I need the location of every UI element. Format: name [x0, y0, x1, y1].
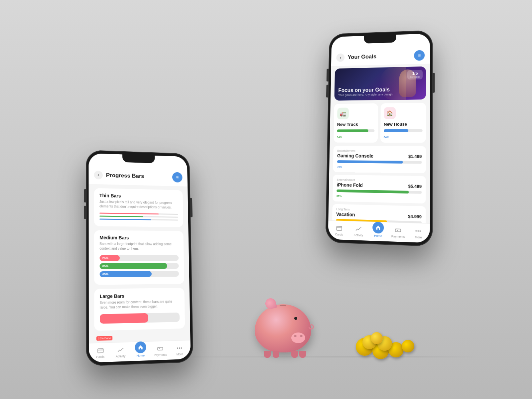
medium-bar-2: 85%	[100, 263, 179, 269]
right-activity-label: Activity	[354, 233, 363, 237]
medium-bars-container: 25% 85% 65%	[99, 255, 179, 277]
truck-name: New Truck	[337, 122, 375, 127]
gaming-bar	[337, 160, 422, 164]
right-activity-icon	[355, 225, 362, 233]
right-nav-payments[interactable]: Payments	[388, 226, 408, 238]
right-bottom-nav: Cards Activity Home	[328, 220, 430, 243]
coin-3	[388, 342, 404, 357]
house-progress-label: 64%	[384, 136, 389, 139]
goals-banner-text: Focus on your Goals Your goals are here.…	[338, 87, 393, 97]
gaming-row: Gaming Console $1.499	[337, 153, 422, 159]
coin-7	[371, 332, 383, 344]
gaming-pct: 78%	[337, 165, 342, 168]
nav-payments[interactable]: Payments	[150, 344, 170, 357]
back-button[interactable]: ‹	[94, 171, 103, 179]
large-bar-1	[100, 313, 180, 324]
right-more-label: More	[415, 235, 422, 239]
medium-bar-2-label: 85%	[102, 264, 108, 268]
coin-stack	[352, 336, 419, 362]
piggy-tail	[308, 323, 315, 331]
coin-slot	[280, 305, 286, 306]
svg-rect-3	[159, 348, 160, 349]
iphone-row: iPhone Fold $5.499	[336, 182, 422, 189]
iphone-amount: $5.499	[408, 184, 422, 189]
svg-rect-0	[98, 348, 103, 353]
activity-label: Activity	[116, 354, 125, 358]
iphone-fill	[336, 190, 409, 194]
gaming-category: Entertainment	[337, 149, 422, 153]
goals-menu-icon: ≡	[418, 53, 421, 58]
truck-icon: 🚛	[337, 108, 349, 119]
gaming-amount: $1.499	[408, 154, 422, 159]
right-cards-icon	[335, 224, 343, 232]
nav-more[interactable]: ••• More	[170, 344, 190, 356]
truck-progress-fill	[337, 129, 368, 132]
piggy-eye	[294, 317, 297, 320]
coin-6	[402, 340, 414, 352]
progress-bars-content: Thin Bars Just a few pixels tall and ver…	[89, 184, 191, 349]
scene: ‹ Progress Bars ≡ Thin Bars Just a few p…	[33, 17, 499, 382]
iphone-name: iPhone Fold	[336, 182, 363, 188]
house-progress-fill	[384, 129, 408, 132]
right-payments-icon	[394, 226, 402, 234]
right-nav-cards[interactable]: Cards	[330, 224, 349, 236]
goals-back-button[interactable]: ‹	[336, 54, 344, 62]
right-nav-more[interactable]: ••• More	[408, 227, 428, 239]
thin-bar-2	[99, 215, 178, 217]
right-home-label: Home	[374, 234, 382, 237]
right-home-icon	[372, 221, 384, 233]
svg-rect-4	[336, 226, 342, 230]
piggy-bank	[255, 304, 311, 352]
cards-label: Cards	[96, 355, 105, 358]
coins-area	[352, 336, 419, 362]
goal-gaming-console[interactable]: Entertainment Gaming Console $1.499 78%	[333, 146, 426, 174]
goals-badge-num: 1/5	[410, 71, 420, 76]
left-phone-screen: ‹ Progress Bars ≡ Thin Bars Just a few p…	[89, 153, 191, 363]
truck-progress-label: 84%	[337, 136, 342, 139]
goal-card-truck[interactable]: 🚛 New Truck 84%	[333, 103, 378, 143]
medium-bars-title: Medium Bars	[99, 235, 178, 241]
right-nav-home[interactable]: Home	[368, 225, 388, 238]
left-bottom-nav: Cards Activity Home	[89, 340, 191, 363]
nav-cards[interactable]: Cards	[90, 346, 110, 359]
activity-icon	[117, 346, 124, 354]
large-bars-desc: Even more room for content, these bars a…	[100, 299, 180, 310]
thin-bar-2-fill	[99, 215, 143, 217]
goal-card-house[interactable]: 🏠 New House 64%	[380, 103, 426, 143]
thin-bars-title: Thin Bars	[99, 193, 178, 200]
goals-menu-button[interactable]: ≡	[414, 50, 425, 61]
svg-rect-6	[395, 229, 401, 232]
coin-4	[362, 335, 376, 349]
coin-1	[356, 338, 374, 356]
home-icon	[135, 341, 146, 353]
home-label: Home	[137, 353, 145, 357]
piggy-body	[255, 304, 311, 352]
goal-iphone-fold[interactable]: Entertainment iPhone Fold $5.499 85%	[332, 175, 426, 203]
thin-bars-section: Thin Bars Just a few pixels tall and ver…	[94, 188, 183, 227]
large-bars-title: Large Bars	[100, 293, 179, 299]
medium-bar-3-fill: 65%	[100, 271, 152, 277]
right-payments-label: Payments	[391, 234, 405, 238]
house-icon: 🏠	[384, 107, 396, 119]
goals-badge-label: Complete	[410, 76, 420, 78]
nav-home[interactable]: Home	[131, 345, 151, 357]
gaming-name: Gaming Console	[337, 153, 373, 159]
piggy-ear	[264, 297, 277, 310]
left-phone: ‹ Progress Bars ≡ Thin Bars Just a few p…	[86, 150, 193, 366]
menu-button[interactable]: ≡	[172, 172, 183, 182]
large-bar-1-fill	[100, 313, 148, 324]
piggy-snout	[291, 332, 305, 343]
right-nav-activity[interactable]: Activity	[349, 225, 368, 237]
truck-progress-bar	[337, 129, 374, 132]
left-notch	[122, 154, 155, 163]
menu-icon: ≡	[176, 175, 179, 180]
medium-bar-3: 65%	[100, 271, 179, 277]
iphone-bar	[336, 190, 422, 194]
medium-bar-3-label: 65%	[102, 273, 108, 276]
thin-bar-1-fill	[99, 212, 159, 214]
vacation-amount: $4.999	[408, 213, 422, 219]
nav-activity[interactable]: Activity	[110, 346, 131, 358]
vacation-name: Vacation	[336, 211, 355, 217]
gaming-fill	[337, 160, 403, 164]
medium-bars-desc: Bars with a large footprint that allow a…	[99, 242, 179, 251]
